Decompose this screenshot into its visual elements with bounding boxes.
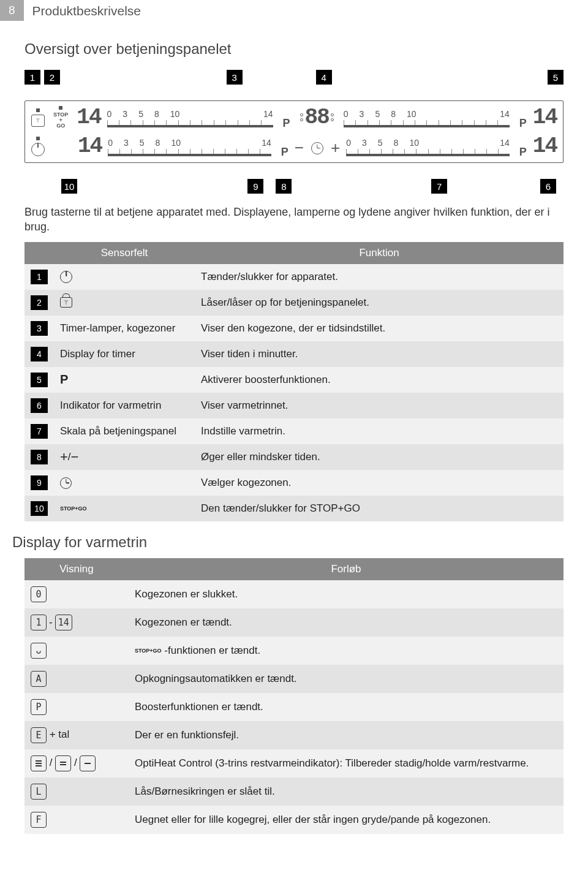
- sensor-cell: Timer-lamper, kogezoner: [54, 316, 195, 341]
- row-number: 5: [31, 373, 48, 387]
- seg-display-right-top: 14: [533, 105, 557, 130]
- disp-bars2: [55, 755, 71, 771]
- callout-6: 6: [540, 179, 556, 194]
- row-number: 9: [31, 475, 48, 490]
- power-icon: [60, 271, 72, 283]
- callout-4: 4: [316, 70, 332, 85]
- row-number: 10: [31, 501, 48, 516]
- table-row: 8+ / −Øger eller mindsker tiden.: [24, 444, 564, 470]
- table-row: LLås/Børnesikringen er slået til.: [24, 778, 564, 806]
- stopgo-icon: STOP+GO: [135, 648, 162, 654]
- scale-bot-left: 03 58 1014: [108, 137, 271, 156]
- forlob-cell: Kogezonen er tændt.: [129, 608, 564, 637]
- minus-icon: −: [295, 138, 304, 157]
- table-row: AOpkogningsautomatikken er tændt.: [24, 665, 564, 693]
- row-number: 2: [31, 295, 48, 310]
- scale-top-left: 03 58 1014: [107, 108, 273, 127]
- table-row: PBoosterfunktionen er tændt.: [24, 693, 564, 721]
- function-cell: Øger eller mindsker tiden.: [195, 444, 564, 470]
- table-row: E + talDer er en funktionsfejl.: [24, 721, 564, 749]
- disp-bars1: [80, 755, 96, 771]
- callout-8: 8: [276, 179, 292, 194]
- th-forlob: Forløb: [129, 558, 564, 580]
- sensor-cell: [54, 264, 195, 290]
- forlob-cell: OptiHeat Control (3-trins restvarmeindik…: [129, 749, 564, 778]
- panel-frame: ⊤ STOP + GO 14 03 58 1014 P: [24, 100, 564, 163]
- disp-bars3: [31, 755, 47, 771]
- seg-display-left-bot: 14: [78, 134, 102, 159]
- sensor-cell: Skala på betjeningspanel: [54, 418, 195, 444]
- page-header: 8 Produktbeskrivelse: [0, 0, 588, 22]
- forlob-cell: Uegnet eller for lille kogegrej, eller d…: [129, 806, 564, 834]
- th-sensorfelt: Sensorfelt: [54, 242, 195, 264]
- function-cell: Viser varmetrinnet.: [195, 393, 564, 418]
- page-number: 8: [0, 0, 24, 21]
- row-number: 3: [31, 321, 48, 336]
- p-indicator: P: [283, 117, 290, 130]
- callout-5: 5: [548, 70, 564, 85]
- disp-14: 14: [55, 615, 72, 630]
- disp-a: A: [31, 671, 47, 687]
- function-cell: Viser den kogezone, der er tidsindstille…: [195, 316, 564, 341]
- sensor-cell: STOP+GO: [54, 496, 195, 521]
- forlob-cell: Kogezonen er slukket.: [129, 580, 564, 608]
- disp-0: 0: [31, 586, 47, 602]
- lock-mini-icon: ⊤: [31, 115, 45, 127]
- row-number: 4: [31, 347, 48, 361]
- visning-cell: 0: [24, 580, 129, 608]
- plus-icon: +: [331, 138, 340, 157]
- table-row: 7Skala på betjeningspanelIndstille varme…: [24, 418, 564, 444]
- table-row: 3Timer-lamper, kogezonerViser den kogezo…: [24, 316, 564, 341]
- sensor-cell: ⊤: [54, 290, 195, 316]
- visning-cell: F: [24, 806, 129, 834]
- row-number: 7: [31, 424, 48, 439]
- scale-bot-right: 03 58 1014: [346, 137, 510, 156]
- plus-minus-icon: + / −: [60, 451, 78, 463]
- sensor-function-table: Sensorfelt Funktion 1Tænder/slukker for …: [24, 242, 564, 521]
- callout-1: 1: [24, 70, 40, 85]
- booster-p-icon: P: [60, 373, 68, 387]
- table-row: 6Indikator for varmetrinViser varmetrinn…: [24, 393, 564, 418]
- table-row: 1Tænder/slukker for apparatet.: [24, 264, 564, 290]
- lock-icon: ⊤: [60, 297, 72, 308]
- timer-display: 88: [300, 105, 334, 130]
- function-cell: Indstille varmetrin.: [195, 418, 564, 444]
- sensor-cell: + / −: [54, 444, 195, 470]
- forlob-cell: Der er en funktionsfejl.: [129, 721, 564, 749]
- th-visning: Visning: [24, 558, 129, 580]
- disp-p: P: [31, 699, 47, 715]
- disp-1: 1: [31, 615, 47, 630]
- forlob-cell: Opkogningsautomatikken er tændt.: [129, 665, 564, 693]
- control-panel-diagram: 1 2 3 4 5 ⊤ STOP + GO: [24, 70, 564, 194]
- seg-display-left-top: 14: [77, 105, 100, 130]
- scale-top-right: 03 58 1014: [344, 108, 510, 127]
- forlob-cell: STOP+GO -funktionen er tændt.: [129, 637, 564, 665]
- table-row: 2⊤Låser/låser op for betjeningspanelet.: [24, 290, 564, 316]
- intro-paragraph: Brug tasterne til at betjene apparatet m…: [24, 205, 564, 235]
- visning-cell: L: [24, 778, 129, 806]
- sensor-cell: Display for timer: [54, 341, 195, 367]
- section-title: Oversigt over betjeningspanelet: [24, 40, 588, 58]
- function-cell: Låser/låser op for betjeningspanelet.: [195, 290, 564, 316]
- visning-cell: 1-14: [24, 608, 129, 637]
- table-row: 1-14Kogezonen er tændt.: [24, 608, 564, 637]
- disp-u: ᴗ: [31, 643, 47, 659]
- disp-e: E: [31, 727, 47, 743]
- row-number: 8: [31, 450, 48, 464]
- disp-f: F: [31, 812, 47, 828]
- chapter-title: Produktbeskrivelse: [24, 0, 149, 22]
- sensor-cell: [54, 470, 195, 496]
- section2-title: Display for varmetrin: [12, 534, 588, 551]
- row-number: 1: [31, 270, 48, 284]
- function-cell: Aktiverer boosterfunktionen.: [195, 367, 564, 393]
- callout-7: 7: [431, 179, 447, 194]
- visning-cell: ᴗ: [24, 637, 129, 665]
- power-mini-icon: [31, 143, 45, 156]
- row-number: 6: [31, 398, 48, 413]
- function-cell: Tænder/slukker for apparatet.: [195, 264, 564, 290]
- visning-cell: A: [24, 665, 129, 693]
- table-row: 9Vælger kogezonen.: [24, 470, 564, 496]
- disp-l: L: [31, 784, 47, 800]
- clock-icon: [60, 477, 72, 489]
- table-row: 4Display for timerViser tiden i minutter…: [24, 341, 564, 367]
